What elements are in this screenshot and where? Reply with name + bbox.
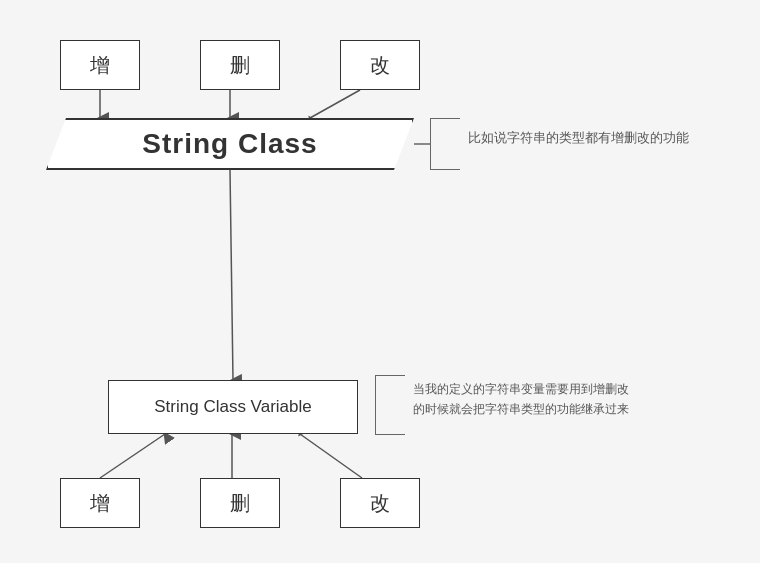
annotation-bottom-line1: 当我的定义的字符串变量需要用到增删改 bbox=[413, 379, 629, 399]
svg-line-4 bbox=[310, 90, 360, 118]
annotation-bottom: 当我的定义的字符串变量需要用到增删改 的时候就会把字符串类型的功能继承过来 bbox=[375, 375, 685, 435]
svg-line-6 bbox=[100, 434, 165, 478]
delete-bottom-label: 删 bbox=[230, 490, 250, 517]
string-var-label: String Class Variable bbox=[154, 397, 311, 417]
add-bottom-label: 增 bbox=[90, 490, 110, 517]
delete-top-label: 删 bbox=[230, 52, 250, 79]
add-bottom-button[interactable]: 增 bbox=[60, 478, 140, 528]
bottom-buttons-group: 增 删 改 bbox=[60, 478, 420, 528]
annotation-top: 比如说字符串的类型都有增删改的功能 bbox=[430, 118, 730, 170]
modify-bottom-button[interactable]: 改 bbox=[340, 478, 420, 528]
delete-bottom-button[interactable]: 删 bbox=[200, 478, 280, 528]
bracket-top bbox=[430, 118, 460, 170]
add-top-button[interactable]: 增 bbox=[60, 40, 140, 90]
delete-top-button[interactable]: 删 bbox=[200, 40, 280, 90]
annotation-top-text: 比如说字符串的类型都有增删改的功能 bbox=[468, 128, 689, 149]
diagram-container: 增 删 改 String Class 比如说字符串的类型都有增删改的功能 Str… bbox=[0, 0, 760, 563]
modify-bottom-label: 改 bbox=[370, 490, 390, 517]
annotation-bottom-text: 当我的定义的字符串变量需要用到增删改 的时候就会把字符串类型的功能继承过来 bbox=[413, 379, 629, 420]
svg-line-8 bbox=[300, 434, 362, 478]
string-var-box: String Class Variable bbox=[108, 380, 358, 434]
bracket-bottom bbox=[375, 375, 405, 435]
modify-top-button[interactable]: 改 bbox=[340, 40, 420, 90]
top-buttons-group: 增 删 改 bbox=[60, 40, 420, 90]
add-top-label: 增 bbox=[90, 52, 110, 79]
string-class-box: String Class bbox=[46, 118, 414, 170]
modify-top-label: 改 bbox=[370, 52, 390, 79]
annotation-bottom-line2: 的时候就会把字符串类型的功能继承过来 bbox=[413, 399, 629, 419]
string-class-label: String Class bbox=[142, 128, 317, 160]
string-class-shape: String Class bbox=[46, 118, 414, 170]
svg-line-5 bbox=[230, 170, 233, 380]
